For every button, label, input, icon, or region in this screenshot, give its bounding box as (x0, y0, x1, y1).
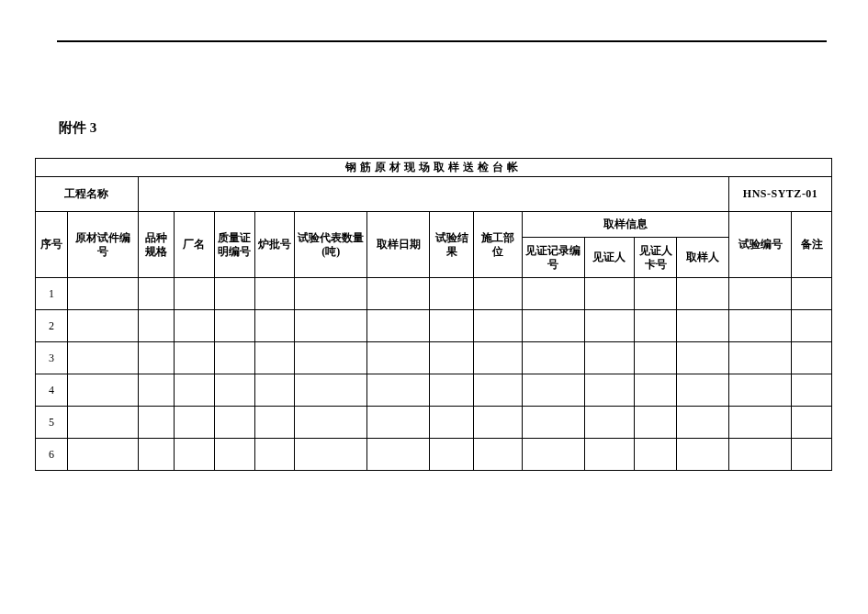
cell (430, 310, 474, 342)
cell (677, 310, 729, 342)
cell (175, 310, 215, 342)
cell (729, 374, 792, 407)
cell (635, 278, 677, 310)
col-factory: 厂名 (175, 212, 215, 278)
col-witness: 见证人 (584, 238, 635, 278)
cell (68, 439, 139, 471)
cell-seq: 1 (36, 278, 68, 310)
cell (68, 278, 139, 310)
col-sampler: 取样人 (677, 238, 729, 278)
attachment-label: 附件 3 (59, 119, 96, 137)
col-seq: 序号 (36, 212, 68, 278)
cell (138, 374, 174, 407)
cell (635, 374, 677, 407)
cell (792, 374, 832, 407)
cell (677, 278, 729, 310)
document-page: 附件 3 钢筋原材现场取样送检台帐 工程名称 HNS-SYTZ-01 序号 原材… (0, 0, 868, 614)
col-variety-spec: 品种规格 (138, 212, 174, 278)
cell (584, 310, 635, 342)
cell (522, 278, 584, 310)
cell (254, 439, 295, 471)
cell (677, 439, 729, 471)
cell (254, 278, 295, 310)
cell (584, 374, 635, 407)
col-witness-card-no: 见证人卡号 (635, 238, 677, 278)
cell (68, 342, 139, 374)
project-name-value (138, 177, 729, 212)
table-row: 4 (36, 374, 832, 407)
col-remark: 备注 (792, 212, 832, 278)
cell (729, 439, 792, 471)
cell (792, 342, 832, 374)
cell-seq: 6 (36, 439, 68, 471)
cell (68, 374, 139, 407)
cell (138, 310, 174, 342)
cell (175, 374, 215, 407)
cell (254, 374, 295, 407)
cell (474, 407, 523, 439)
cell (214, 310, 254, 342)
cell (175, 278, 215, 310)
cell (295, 374, 367, 407)
cell (584, 342, 635, 374)
col-represented-qty: 试验代表数量(吨) (295, 212, 367, 278)
cell (474, 278, 523, 310)
cell (214, 374, 254, 407)
cell (677, 407, 729, 439)
col-test-no: 试验编号 (729, 212, 792, 278)
cell (522, 374, 584, 407)
cell (792, 278, 832, 310)
col-witness-record-no: 见证记录编号 (522, 238, 584, 278)
cell (474, 374, 523, 407)
cell (254, 407, 295, 439)
table-row: 6 (36, 439, 832, 471)
cell (367, 342, 430, 374)
cell (175, 439, 215, 471)
col-sampling-date: 取样日期 (367, 212, 430, 278)
cell-seq: 2 (36, 310, 68, 342)
col-construction-part: 施工部位 (474, 212, 523, 278)
cell (295, 439, 367, 471)
cell (138, 342, 174, 374)
table-row: 3 (36, 342, 832, 374)
cell (522, 407, 584, 439)
col-heat-no: 炉批号 (254, 212, 295, 278)
col-sampling-info: 取样信息 (522, 212, 728, 238)
project-name-label: 工程名称 (36, 177, 139, 212)
cell (214, 278, 254, 310)
cell-seq: 3 (36, 342, 68, 374)
cell (635, 407, 677, 439)
cell (138, 278, 174, 310)
cell (729, 278, 792, 310)
cell (729, 342, 792, 374)
cell (175, 342, 215, 374)
cell (474, 310, 523, 342)
cell (584, 407, 635, 439)
cell (367, 374, 430, 407)
cell (474, 439, 523, 471)
cell (214, 407, 254, 439)
cell (522, 342, 584, 374)
cell (295, 310, 367, 342)
cell (729, 407, 792, 439)
cell (214, 342, 254, 374)
cell (430, 407, 474, 439)
cell (635, 439, 677, 471)
table-row: 5 (36, 407, 832, 439)
col-quality-cert-no: 质量证明编号 (214, 212, 254, 278)
cell (367, 439, 430, 471)
cell (522, 310, 584, 342)
cell (677, 342, 729, 374)
cell (677, 374, 729, 407)
cell (138, 439, 174, 471)
cell (295, 342, 367, 374)
cell (295, 407, 367, 439)
cell (175, 407, 215, 439)
ledger-table: 钢筋原材现场取样送检台帐 工程名称 HNS-SYTZ-01 序号 原材试件编号 … (35, 158, 832, 471)
form-code: HNS-SYTZ-01 (729, 177, 832, 212)
cell (792, 407, 832, 439)
cell (584, 439, 635, 471)
cell (68, 310, 139, 342)
cell (729, 310, 792, 342)
cell (430, 278, 474, 310)
